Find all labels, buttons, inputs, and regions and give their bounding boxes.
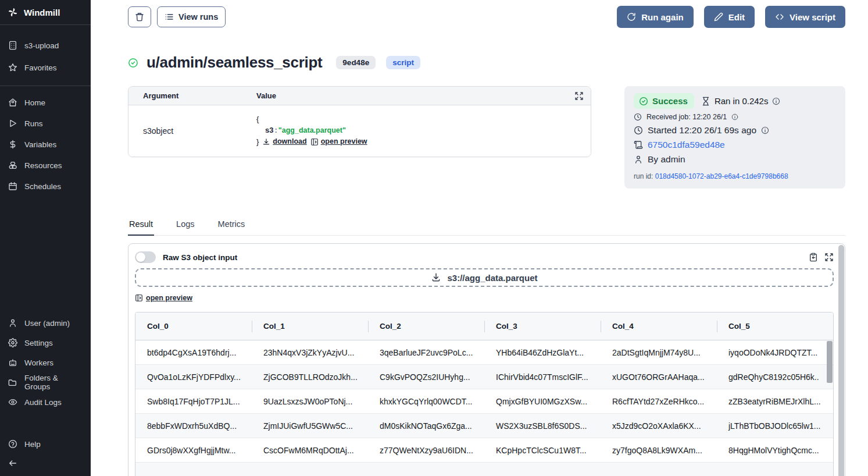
trash-icon	[135, 12, 144, 22]
column-header: Col_2	[368, 322, 484, 331]
table-cell: WS2X3uzSBL8f6S0DS...	[484, 421, 601, 431]
column-header: Col_1	[252, 322, 368, 331]
job-hash-link[interactable]: 6750c1dfa59ed48e	[648, 140, 725, 150]
view-runs-label: View runs	[178, 12, 218, 22]
refresh-icon	[627, 12, 636, 22]
edit-button[interactable]: Edit	[704, 6, 755, 28]
sidebar-item-audit-logs[interactable]: Audit Logs	[0, 392, 91, 412]
sidebar-item-settings[interactable]: Settings	[0, 333, 91, 353]
result-table-head-row: Col_0Col_1Col_2Col_3Col_4Col_5	[135, 312, 833, 340]
value-column-header: Value	[256, 91, 574, 100]
main-content: View runs Run again	[91, 0, 868, 476]
help-icon	[8, 439, 17, 449]
result-panel-scrollbar[interactable]	[838, 245, 844, 476]
view-runs-button[interactable]: View runs	[157, 6, 226, 27]
table-cell: zy7fgoQ8A8Lk9WXAm...	[601, 446, 717, 455]
sidebar-item-favorites[interactable]: Favorites	[0, 56, 91, 79]
delete-run-button[interactable]	[128, 6, 151, 27]
tab-result[interactable]: Result	[128, 219, 154, 236]
sidebar-item-user[interactable]: User (admin)	[0, 313, 91, 333]
json-key: s3	[265, 126, 273, 134]
argument-row: s3object { s3:"agg_data.parquet" }	[128, 105, 591, 157]
sidebar: Windmill s3-upload Favorites	[0, 0, 91, 476]
title-row: u/admin/seamless_script 9ed48e script	[128, 54, 845, 72]
page-title: u/admin/seamless_script	[147, 54, 322, 72]
copy-to-clipboard-icon[interactable]	[809, 253, 818, 262]
pencil-icon	[714, 12, 723, 22]
table-cell: GDrs0j8wXXgfHgjjMtw...	[135, 446, 252, 455]
info-icon[interactable]	[761, 126, 769, 134]
status-card: Success Ran in 0.242s	[624, 86, 845, 189]
expand-arguments-icon[interactable]	[574, 91, 584, 101]
view-script-label: View script	[790, 12, 835, 22]
table-cell: Swb8Iq17FqHjoT7P1JL...	[135, 397, 252, 406]
tab-logs[interactable]: Logs	[175, 219, 195, 235]
kind-badge: script	[386, 56, 420, 69]
view-script-button[interactable]: View script	[765, 6, 845, 28]
info-row: Argument Value s3object { s3:"agg_	[128, 86, 845, 189]
sidebar-item-variables[interactable]: Variables	[0, 134, 91, 155]
table-row: Swb8Iq17FqHjoT7P1JL...9UazLsxzsJW0oPToNj…	[135, 389, 833, 414]
sidebar-item-s3-upload[interactable]: s3-upload	[0, 34, 91, 56]
received-job-row: Received job: 12:20 26/1	[634, 113, 836, 121]
json-brace-close: }	[256, 136, 259, 147]
table-cell: 9UazLsxzsJW0oPToNj...	[252, 397, 368, 406]
table-cell: xUGOt76ORGrAAHaqa...	[601, 372, 717, 382]
argument-column-header: Argument	[128, 91, 256, 100]
tab-metrics[interactable]: Metrics	[217, 219, 247, 235]
s3-download-dropzone[interactable]: s3://agg_data.parquet	[135, 268, 834, 287]
table-cell: 2aDtSgtIqMnjjM74y8U...	[601, 348, 717, 357]
info-icon[interactable]	[731, 113, 738, 120]
hash-badge: 9ed48e	[336, 56, 376, 69]
sidebar-item-workers[interactable]: Workers	[0, 353, 91, 372]
sidebar-item-label: Folders & Groups	[24, 374, 83, 391]
sidebar-collapse-button[interactable]	[0, 454, 91, 476]
run-again-button[interactable]: Run again	[617, 6, 694, 28]
received-job-text: Received job: 12:20 26/1	[646, 113, 727, 121]
sidebar-item-runs[interactable]: Runs	[0, 113, 91, 134]
sidebar-item-resources[interactable]: Resources	[0, 155, 91, 176]
open-preview-link[interactable]: open preview	[135, 294, 192, 302]
edit-label: Edit	[728, 12, 745, 22]
result-panel: Raw S3 object input	[128, 243, 845, 476]
table-cell: x5Jzd9cO2oXAxla6KX...	[601, 421, 717, 431]
user-icon	[8, 318, 17, 328]
table-cell: z77QWeNtXzy9aU6IDN...	[368, 446, 484, 455]
brand-row[interactable]: Windmill	[0, 0, 91, 25]
sidebar-item-label: Resources	[24, 161, 62, 170]
eye-icon	[8, 397, 17, 407]
user-icon	[634, 155, 643, 164]
open-preview-link-args[interactable]: open preview	[310, 136, 367, 147]
table-row: 8ebbFxWDxrh5uXdBQ...ZjmIJUiGwfU5GWw5C...…	[135, 414, 833, 438]
job-hash-row: 6750c1dfa59ed48e	[634, 140, 836, 150]
expand-result-icon[interactable]	[824, 253, 834, 262]
json-brace-open: {	[256, 113, 591, 125]
table-vertical-scrollbar[interactable]	[827, 341, 833, 383]
raw-s3-toggle[interactable]	[135, 251, 156, 263]
arrow-left-icon	[8, 459, 83, 468]
sidebar-item-help[interactable]: Help	[0, 434, 91, 454]
sidebar-item-schedules[interactable]: Schedules	[0, 176, 91, 197]
table-cell: YHb64iB46ZdHzGlaYt...	[484, 348, 601, 357]
sidebar-item-home[interactable]: Home	[0, 92, 91, 113]
sidebar-item-folders-groups[interactable]: Folders & Groups	[0, 372, 91, 392]
table-cell: gdReQhyC8192c05H6k..	[717, 372, 833, 382]
run-id-link[interactable]: 018d4580-1072-ab29-e6a4-c1de9798b668	[655, 172, 788, 180]
table-cell: 3qeBarlueJF2uvc9PoLc...	[368, 348, 484, 357]
table-cell: ZjGCOB9TLLROdzoJkh...	[252, 372, 368, 382]
table-cell: ZjmIJUiGwfU5GWw5C...	[252, 421, 368, 431]
sidebar-divider	[0, 86, 91, 86]
download-link[interactable]: download	[262, 136, 306, 147]
table-cell: CscOFwM6MRqDOttAj...	[252, 446, 368, 455]
table-cell: iyqoODoNk4JRDQTZT...	[717, 348, 833, 357]
duration-text: Ran in 0.242s	[701, 96, 781, 106]
sidebar-item-label: Home	[24, 98, 45, 107]
sidebar-item-label: Favorites	[24, 63, 57, 72]
result-panel-header: Raw S3 object input	[135, 251, 834, 263]
windmill-logo-icon	[8, 7, 18, 17]
info-icon[interactable]	[772, 97, 780, 105]
started-text: Started 12:20 26/1 69s ago	[648, 125, 756, 136]
status-badge: Success	[634, 93, 694, 109]
argument-name: s3object	[128, 113, 256, 147]
star-icon	[8, 63, 17, 72]
